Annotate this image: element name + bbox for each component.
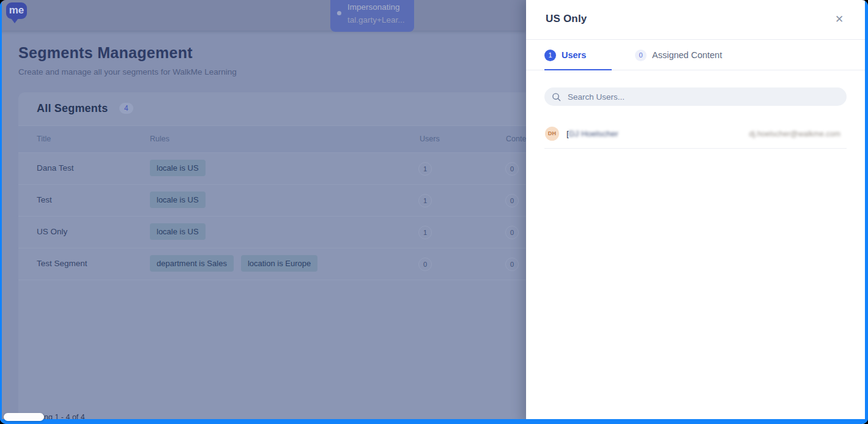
assigned-content-tab-count-badge: 0: [635, 50, 647, 61]
column-header-title: Title: [37, 135, 51, 143]
page-title: Segments Management: [18, 44, 193, 62]
impersonation-label: Impersonating: [347, 1, 404, 14]
segment-title: Dana Test: [37, 163, 74, 173]
status-dot-icon: [337, 11, 341, 15]
user-search: [544, 87, 847, 106]
user-name: [DJ Hoelscher: [566, 129, 618, 138]
users-count: 1: [418, 162, 432, 176]
segments-count-badge: 4: [119, 103, 133, 114]
segment-title: Test: [37, 195, 52, 204]
tab-assigned-content[interactable]: 0 Assigned Content: [635, 40, 722, 70]
rule-chip: locale is US: [150, 192, 206, 208]
app-viewport: me Impersonating tal.garty+Lear... Segme…: [0, 0, 868, 424]
content-count: 0: [505, 162, 519, 176]
top-navbar: [0, 0, 526, 31]
impersonation-user: tal.garty+Lear...: [347, 14, 404, 27]
close-icon[interactable]: ✕: [832, 12, 847, 27]
users-count: 0: [418, 258, 432, 271]
card-title: All Segments: [37, 102, 108, 115]
impersonation-border-left: [0, 0, 2, 424]
rule-chip: locale is US: [150, 223, 206, 240]
rule-chip: location is Europe: [241, 255, 317, 272]
page-subtitle: Create and manage all your segments for …: [18, 67, 237, 76]
users-tab-label: Users: [562, 50, 586, 60]
column-header-users: Users: [420, 135, 440, 143]
impersonation-border-right: [865, 0, 868, 424]
tab-users[interactable]: 1 Users: [544, 40, 586, 70]
impersonation-border-bottom: [0, 419, 868, 424]
segment-details-drawer: US Only ✕ 1 Users 0 Assigned Content DH …: [526, 0, 865, 424]
rule-chip: locale is US: [150, 160, 206, 176]
assigned-content-tab-label: Assigned Content: [652, 50, 722, 60]
segment-title: US Only: [37, 227, 67, 236]
content-count: 0: [505, 226, 519, 239]
drawer-title: US Only: [546, 13, 587, 25]
users-count: 1: [418, 226, 432, 239]
column-header-rules: Rules: [150, 135, 169, 143]
drawer-tabs: 1 Users 0 Assigned Content: [526, 40, 865, 70]
content-count: 0: [505, 258, 519, 271]
users-count: 1: [418, 194, 432, 207]
avatar: DH: [545, 127, 559, 141]
content-count: 0: [505, 194, 519, 207]
walkme-widget-pill[interactable]: [4, 413, 44, 421]
user-list-item[interactable]: DH [DJ Hoelscher dj.hoelscher@walkme.com: [544, 125, 847, 149]
active-tab-indicator: [544, 69, 612, 70]
walkme-logo-icon[interactable]: me: [6, 2, 27, 19]
search-input[interactable]: [566, 92, 839, 102]
user-name-text: DJ Hoelscher: [569, 129, 618, 138]
search-icon: [552, 92, 561, 102]
users-tab-count-badge: 1: [544, 50, 556, 61]
user-email: dj.hoelscher@walkme.com: [749, 130, 840, 138]
segment-title: Test Segment: [37, 259, 87, 268]
rule-chip: department is Sales: [150, 255, 234, 272]
impersonation-badge[interactable]: Impersonating tal.garty+Lear...: [330, 0, 414, 32]
